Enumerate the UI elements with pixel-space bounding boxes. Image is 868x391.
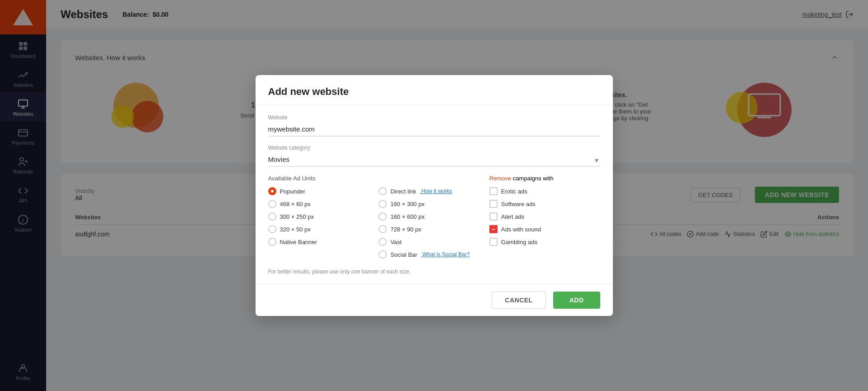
website-field-group: Website: [268, 114, 600, 137]
checkbox-erotic: [489, 187, 498, 195]
radio-popunder[interactable]: Popunder: [268, 187, 379, 195]
social-bar-link[interactable]: What is Social Bar?: [421, 251, 470, 258]
ad-units-title: Available Ad Units: [268, 175, 379, 182]
radio-468x60[interactable]: 468 × 60 px: [268, 200, 379, 208]
ad-units-col-1: Available Ad Units Popunder 468 × 60 px …: [268, 175, 379, 263]
modal-overlay[interactable]: Add new website Website Website category…: [0, 0, 868, 391]
radio-circle-728: [379, 225, 387, 233]
category-label: Website category:: [268, 145, 600, 151]
radio-circle-direct: [379, 187, 387, 195]
checkbox-erotic-ads[interactable]: Erotic ads: [489, 187, 600, 195]
note-text: For better results, please use only one …: [268, 269, 600, 275]
radio-circle-social: [379, 250, 387, 259]
add-button[interactable]: ADD: [553, 292, 600, 309]
radio-circle-160-300: [379, 200, 387, 208]
radio-160x600[interactable]: 160 × 600 px: [379, 212, 489, 221]
website-field-label: Website: [268, 114, 600, 121]
radio-300x250[interactable]: 300 × 250 px: [268, 212, 379, 221]
radio-native-banner[interactable]: Native Banner: [268, 238, 379, 246]
modal-title: Add new website: [256, 75, 613, 105]
checkbox-software: [489, 200, 498, 208]
radio-circle-468: [268, 200, 276, 208]
radio-vast[interactable]: Vast: [379, 238, 489, 246]
add-website-modal: Add new website Website Website category…: [256, 75, 613, 316]
radio-728x90[interactable]: 728 × 90 px: [379, 225, 489, 233]
cancel-button[interactable]: CANCEL: [492, 292, 545, 309]
how-it-works-link[interactable]: How it works: [420, 188, 452, 194]
ad-units-section: Available Ad Units Popunder 468 × 60 px …: [268, 175, 600, 263]
category-field-group: Website category: Movies Music News Spor…: [268, 145, 600, 167]
radio-circle-vast: [379, 238, 387, 246]
checkbox-software-ads[interactable]: Software ads: [489, 200, 600, 208]
checkbox-ads-with-sound[interactable]: Ads with sound: [489, 225, 600, 233]
remove-title: Remove campaigns with: [489, 175, 600, 182]
radio-circle-native: [268, 238, 276, 246]
checkbox-alert-ads[interactable]: Alert ads: [489, 212, 600, 221]
radio-social-bar[interactable]: Social Bar What is Social Bar?: [379, 250, 489, 259]
checkbox-gambling: [489, 238, 498, 246]
radio-circle-160-600: [379, 212, 387, 221]
modal-footer: CANCEL ADD: [256, 284, 613, 316]
radio-circle-popunder: [268, 187, 276, 195]
website-input[interactable]: [268, 122, 600, 137]
ad-units-col-2: placeholder Direct link How it works 160…: [379, 175, 489, 263]
radio-160x300[interactable]: 160 × 300 px: [379, 200, 489, 208]
checkbox-sound: [489, 225, 498, 233]
radio-circle-320: [268, 225, 276, 233]
checkbox-alert: [489, 212, 498, 221]
checkbox-gambling-ads[interactable]: Gambling ads: [489, 238, 600, 246]
remove-campaigns-col: Remove campaigns with Erotic ads Softwar…: [489, 175, 600, 263]
category-select[interactable]: Movies Music News Sports Technology: [268, 153, 600, 167]
modal-body: Website Website category: Movies Music N…: [256, 105, 613, 284]
radio-320x50[interactable]: 320 × 50 px: [268, 225, 379, 233]
radio-circle-300: [268, 212, 276, 221]
radio-direct-link[interactable]: Direct link How it works: [379, 187, 489, 195]
